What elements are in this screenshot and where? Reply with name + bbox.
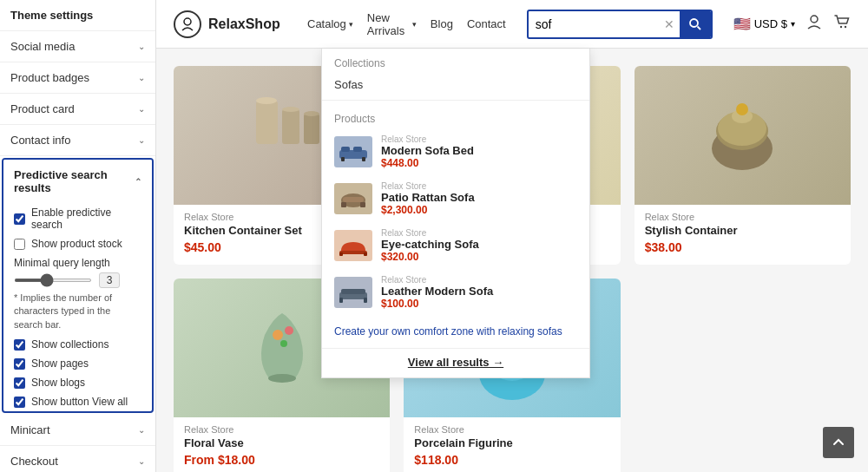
sidebar-item-label: Product card [10,102,75,115]
chevron-down-icon: ⌄ [138,73,145,82]
chevron-down-icon: ⌄ [138,42,145,51]
back-to-top-button[interactable] [823,427,854,458]
show-pages-checkbox[interactable] [14,358,25,370]
enable-predictive-search-label: Enable predictive search [31,206,141,231]
theme-settings-title: Theme settings [0,0,155,31]
svg-rect-8 [353,147,362,152]
product-card-2[interactable]: Relax Store Stylish Container $38.00 [635,66,851,265]
min-query-row: Minimal query length 3 [3,253,152,290]
product-name-4: Porcelain Figurine [404,436,620,453]
show-blogs-row[interactable]: Show blogs [3,373,152,392]
cart-button[interactable] [833,13,851,35]
sidebar-item-label: Contact info [10,134,70,147]
chevron-down-icon: ▾ [349,20,353,29]
svg-point-42 [285,326,293,335]
sidebar-item-label: Social media [10,40,75,53]
dropdown-product-3[interactable]: Relax Store Leather Modern Sofa $100.00 [322,269,589,316]
search-box: ✕ [527,10,713,39]
svg-rect-12 [343,197,364,202]
cart-icon [833,13,851,30]
product-price-3: From $18.00 [174,453,390,467]
show-pages-row[interactable]: Show pages [3,354,152,373]
search-clear-button[interactable]: ✕ [659,17,680,31]
product-thumb-3 [334,277,372,308]
product-name-3: Leather Modern Sofa [381,285,577,298]
svg-rect-20 [339,298,343,303]
show-button-view-all-checkbox[interactable] [14,397,25,408]
product-info-0: Relax Store Modern Sofa Bed $448.00 [381,134,577,169]
dropdown-product-1[interactable]: Relax Store Patio Rattan Sofa $2,300.00 [322,175,589,222]
chevron-down-icon: ⌄ [138,104,145,114]
logo[interactable]: RelaxShop [174,10,286,38]
sidebar-item-contact-info[interactable]: Contact info ⌄ [0,125,155,156]
svg-rect-19 [341,289,365,294]
chevron-down-icon: ⌄ [138,425,145,435]
product-store-2: Relax Store [635,205,851,224]
nav-catalog[interactable]: Catalog ▾ [307,17,353,30]
sidebar-item-product-badges[interactable]: Product badges ⌄ [0,62,155,94]
show-button-view-all-label: Show button View all [31,396,128,408]
svg-rect-7 [341,147,350,152]
show-product-stock-row[interactable]: Show product stock [3,234,152,253]
currency-selector[interactable]: 🇺🇸 USD $ ▾ [733,16,795,32]
svg-rect-22 [256,101,278,144]
product-price-0: $448.00 [381,157,577,169]
account-button[interactable] [806,13,823,35]
products-section-title: Products [322,104,589,128]
show-blogs-checkbox[interactable] [14,377,25,389]
show-blogs-label: Show blogs [31,377,85,389]
promo-text: Create your own comfort zone with relaxi… [322,316,589,348]
svg-rect-10 [362,157,365,161]
nav-contact[interactable]: Contact [467,17,506,30]
view-all-results-link[interactable]: View all results → [322,348,589,377]
svg-point-3 [811,16,818,23]
svg-rect-13 [341,202,346,207]
product-store-0: Relax Store [381,134,577,144]
svg-point-25 [256,97,277,104]
show-collections-label: Show collections [31,338,108,351]
sidebar-section-predictive-search: Predictive search results ⌃ Enable predi… [2,158,154,413]
show-collections-checkbox[interactable] [14,339,25,351]
min-query-label: Minimal query length [14,257,141,269]
show-product-stock-checkbox[interactable] [14,239,25,250]
nav-blog[interactable]: Blog [431,17,453,30]
svg-point-40 [268,374,296,383]
sidebar-item-minicart[interactable]: Minicart ⌄ [0,415,155,446]
search-submit-button[interactable] [680,10,711,39]
min-query-slider[interactable] [14,279,92,282]
product-name-0: Modern Sofa Bed [381,144,577,157]
product-thumb-0 [334,136,372,167]
product-price-4: $118.00 [404,453,620,467]
sofas-collection-link[interactable]: Sofas [322,73,589,96]
store-header: RelaxShop Catalog ▾ New Arrivals ▾ Blog … [156,0,868,49]
dropdown-product-2[interactable]: Relax Store Eye-catching Sofa $320.00 [322,222,589,269]
dropdown-product-0[interactable]: Relax Store Modern Sofa Bed $448.00 [322,128,589,175]
header-right: 🇺🇸 USD $ ▾ [733,13,851,35]
divider [322,100,589,101]
predictive-search-label: Predictive search results [14,168,135,194]
predictive-search-header[interactable]: Predictive search results ⌃ [3,160,152,203]
svg-point-43 [280,340,287,347]
min-query-hint: * Implies the number of characters typed… [3,290,152,335]
product-price-3: $100.00 [381,298,577,310]
sidebar-item-checkout[interactable]: Checkout ⌄ [0,446,155,472]
sidebar-item-social-media[interactable]: Social media ⌄ [0,31,155,62]
svg-point-27 [304,111,319,116]
sidebar-item-product-card[interactable]: Product card ⌄ [0,94,155,125]
show-button-view-all-row[interactable]: Show button View all [3,392,152,411]
product-info-3: Relax Store Leather Modern Sofa $100.00 [381,275,577,310]
chevron-up-icon [832,436,845,449]
nav-new-arrivals[interactable]: New Arrivals ▾ [367,11,417,37]
logo-text: RelaxShop [208,16,280,32]
chevron-down-icon: ⌄ [138,135,145,145]
show-product-stock-label: Show product stock [31,238,122,250]
product-thumb-1 [334,183,372,214]
search-input[interactable] [529,17,659,31]
enable-predictive-search-checkbox[interactable] [14,213,25,225]
chevron-down-icon: ⌄ [138,456,145,466]
svg-line-2 [697,26,700,30]
logo-icon [174,10,201,38]
enable-predictive-search-row[interactable]: Enable predictive search [3,203,152,234]
main-area: RelaxShop Catalog ▾ New Arrivals ▾ Blog … [156,0,868,472]
show-collections-row[interactable]: Show collections [3,335,152,354]
